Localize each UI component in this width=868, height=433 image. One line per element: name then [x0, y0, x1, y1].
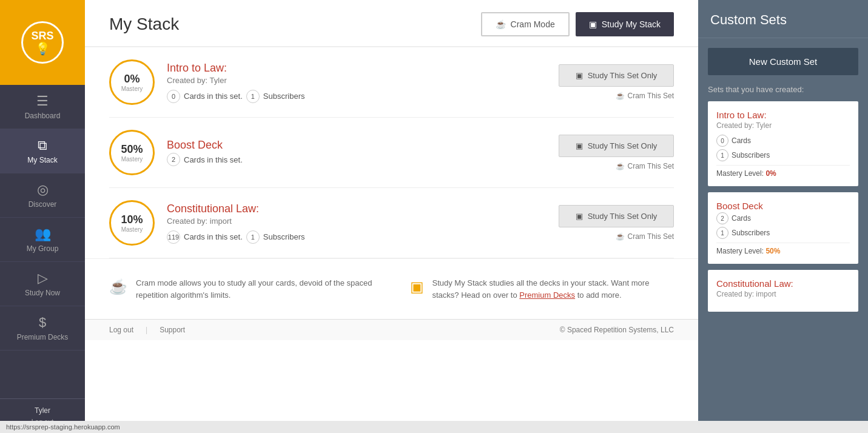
sidebar-item-label: My Stack	[27, 156, 57, 164]
header-buttons: ☕ Cram Mode ▣ Study My Stack	[481, 12, 674, 36]
deck-title-intro-to-law[interactable]: Intro to Law:	[167, 62, 547, 75]
custom-set-intro-to-law: Intro to Law: Created by: Tyler 0 Cards …	[708, 101, 858, 186]
cs-cards-label: Cards	[732, 136, 751, 145]
study-set-button-constitutional-law[interactable]: ▣ Study This Set Only	[559, 205, 674, 227]
footer-logout-link[interactable]: Log out	[109, 326, 133, 334]
cram-mode-button[interactable]: ☕ Cram Mode	[481, 12, 570, 36]
sidebar-item-discover[interactable]: ◎ Discover	[0, 173, 85, 218]
cram-info-icon: ☕	[109, 278, 127, 295]
study-stack-icon: ▣	[589, 19, 597, 29]
cs-cards-badge: 2	[716, 212, 728, 224]
cram-set-button-intro-to-law[interactable]: ☕ Cram This Set	[616, 92, 674, 100]
study-my-stack-button[interactable]: ▣ Study My Stack	[576, 12, 674, 36]
premium-decks-link[interactable]: Premium Decks	[519, 290, 575, 300]
deck-card-constitutional-law: 10% Mastery Constitutional Law: Created …	[109, 188, 674, 258]
sidebar-logo: SRS 💡	[0, 0, 85, 85]
deck-stats-boost-deck: 2 Cards in this set.	[167, 153, 547, 166]
cs-subs-badge: 1	[716, 227, 728, 239]
panel-body: New Custom Set Sets that you have create…	[698, 38, 868, 327]
cs-mastery-label: Mastery Level:	[716, 247, 764, 255]
study-set-icon: ▣	[576, 212, 583, 221]
logo-bulb-icon: 💡	[35, 42, 50, 55]
mastery-circle-intro-to-law: 0% Mastery	[109, 59, 155, 105]
sidebar-item-label: My Group	[27, 244, 59, 253]
deck-stats-intro-to-law: 0 Cards in this set. 1 Subscribers	[167, 90, 547, 103]
cs-cards-label: Cards	[732, 214, 751, 223]
cards-badge: 119	[167, 230, 180, 244]
subscribers-label: Subscribers	[263, 232, 305, 241]
decks-list: 0% Mastery Intro to Law: Created by: Tyl…	[85, 47, 698, 258]
sidebar-item-premiumdecks[interactable]: $ Premium Decks	[0, 306, 85, 351]
study-info-block: ▣ Study My Stack studies all the decks i…	[410, 277, 675, 301]
cram-info-block: ☕ Cram mode allows you to study all your…	[109, 277, 374, 301]
deck-title-boost-deck[interactable]: Boost Deck	[167, 139, 547, 152]
cs-mastery-label: Mastery Level:	[716, 169, 764, 178]
cards-badge: 0	[167, 90, 180, 103]
custom-set-boost-deck: Boost Deck 2 Cards 1 Subscribers Mastery…	[708, 192, 858, 264]
mastery-percent: 10%	[121, 213, 143, 226]
cs-mastery-value: 0%	[765, 169, 776, 178]
right-panel: Custom Sets New Custom Set Sets that you…	[698, 0, 868, 433]
cards-label: Cards in this set.	[184, 155, 243, 164]
deck-actions-intro-to-law: ▣ Study This Set Only ☕ Cram This Set	[559, 64, 674, 100]
panel-header: Custom Sets	[698, 0, 868, 38]
sidebar-item-label: Discover	[29, 200, 57, 209]
footer-bar: Log out | Support © Spaced Repetition Sy…	[85, 319, 698, 340]
status-url: https://srsprep-staging.herokuapp.com	[6, 423, 120, 431]
cs-creator-intro-to-law: Created by: Tyler	[716, 121, 850, 130]
deck-info-intro-to-law: Intro to Law: Created by: Tyler 0 Cards …	[167, 62, 547, 103]
deck-info-boost-deck: Boost Deck 2 Cards in this set.	[167, 139, 547, 166]
mastery-circle-constitutional-law: 10% Mastery	[109, 200, 155, 246]
deck-card-boost-deck: 50% Mastery Boost Deck 2 Cards in this s…	[109, 118, 674, 188]
info-section: ☕ Cram mode allows you to study all your…	[85, 258, 698, 319]
cs-title-boost-deck[interactable]: Boost Deck	[716, 201, 850, 211]
sidebar-item-label: Dashboard	[25, 112, 61, 120]
sidebar-item-mygroup[interactable]: 👥 My Group	[0, 218, 85, 262]
cram-set-icon: ☕	[616, 92, 625, 100]
mastery-percent: 0%	[124, 73, 140, 86]
sidebar-username: Tyler	[7, 406, 78, 415]
cs-mastery-value: 50%	[765, 247, 780, 255]
cram-set-button-boost-deck[interactable]: ☕ Cram This Set	[616, 162, 674, 170]
cs-title-constitutional-law[interactable]: Constitutional Law:	[716, 278, 850, 289]
sidebar-item-dashboard[interactable]: ☰ Dashboard	[0, 85, 85, 129]
cram-info-text: Cram mode allows you to study all your c…	[136, 277, 374, 301]
deck-creator-intro-to-law: Created by: Tyler	[167, 76, 547, 85]
sidebar-item-studynow[interactable]: ▷ Study Now	[0, 262, 85, 306]
cram-set-button-constitutional-law[interactable]: ☕ Cram This Set	[616, 232, 674, 241]
discover-icon: ◎	[37, 182, 49, 198]
study-info-icon: ▣	[410, 278, 424, 295]
study-set-button-boost-deck[interactable]: ▣ Study This Set Only	[559, 135, 674, 157]
cs-title-intro-to-law[interactable]: Intro to Law:	[716, 110, 850, 120]
sidebar-item-label: Study Now	[25, 289, 60, 297]
deck-title-constitutional-law[interactable]: Constitutional Law:	[167, 203, 547, 215]
deck-card-intro-to-law: 0% Mastery Intro to Law: Created by: Tyl…	[109, 47, 674, 118]
cs-subs-badge: 1	[716, 149, 728, 161]
sidebar-nav: ☰ Dashboard ⧉ My Stack ◎ Discover 👥 My G…	[0, 85, 85, 398]
cs-cards-badge: 0	[716, 135, 728, 147]
cs-stats-cards-boost-deck: 2 Cards	[716, 212, 850, 224]
deck-actions-constitutional-law: ▣ Study This Set Only ☕ Cram This Set	[559, 205, 674, 241]
footer-support-link[interactable]: Support	[160, 326, 185, 334]
mastery-percent: 50%	[121, 143, 143, 156]
custom-set-constitutional-law: Constitutional Law: Created by: import	[708, 270, 858, 312]
sidebar: SRS 💡 ☰ Dashboard ⧉ My Stack ◎ Discover …	[0, 0, 85, 433]
study-set-button-intro-to-law[interactable]: ▣ Study This Set Only	[559, 64, 674, 87]
deck-actions-boost-deck: ▣ Study This Set Only ☕ Cram This Set	[559, 135, 674, 170]
sidebar-item-mystack[interactable]: ⧉ My Stack	[0, 129, 85, 173]
cs-creator-constitutional-law: Created by: import	[716, 290, 850, 298]
dashboard-icon: ☰	[36, 93, 49, 109]
deck-stats-constitutional-law: 119 Cards in this set. 1 Subscribers	[167, 230, 547, 244]
cs-subs-label: Subscribers	[732, 151, 770, 159]
page-title: My Stack	[109, 15, 179, 34]
new-custom-set-button[interactable]: New Custom Set	[708, 48, 858, 75]
subscribers-badge: 1	[246, 90, 260, 103]
main-content: My Stack ☕ Cram Mode ▣ Study My Stack 0%…	[85, 0, 698, 433]
cs-stats-subs-intro-to-law: 1 Subscribers	[716, 149, 850, 161]
cs-stats-subs-boost-deck: 1 Subscribers	[716, 227, 850, 239]
page-header: My Stack ☕ Cram Mode ▣ Study My Stack	[85, 0, 698, 47]
cram-set-icon: ☕	[616, 162, 625, 170]
study-set-icon: ▣	[576, 141, 583, 150]
subscribers-label: Subscribers	[263, 92, 305, 101]
sets-label: Sets that you have created:	[708, 85, 858, 94]
